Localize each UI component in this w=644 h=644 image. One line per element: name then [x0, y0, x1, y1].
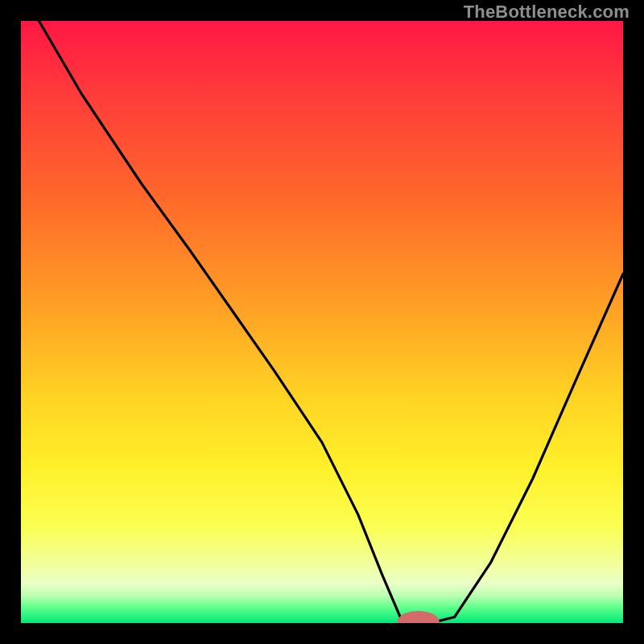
watermark-label: TheBottleneck.com — [464, 2, 630, 23]
gradient-background — [21, 21, 623, 623]
plot-area — [21, 21, 623, 623]
chart-container: TheBottleneck.com — [0, 0, 644, 644]
bottleneck-chart — [21, 21, 623, 623]
